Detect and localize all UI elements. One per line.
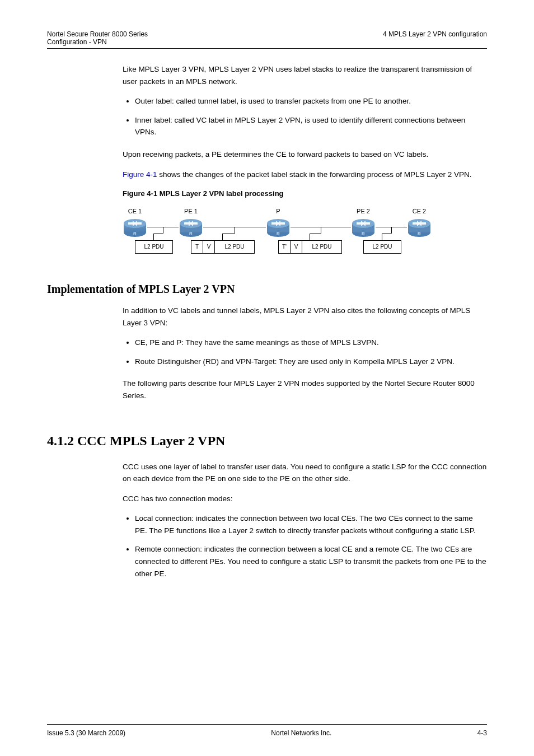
seg-tprime: T' <box>279 242 290 251</box>
router-icon: R <box>123 216 147 238</box>
seg-v: V <box>203 242 214 251</box>
heading-implementation: Implementation of MPLS Layer 2 VPN <box>47 283 487 296</box>
connector <box>222 234 235 234</box>
connector <box>382 234 391 234</box>
connector <box>163 227 163 234</box>
impl-content: In addition to VC labels and tunnel labe… <box>123 305 487 402</box>
ccc-bullet-list: Local connection: indicates the connecti… <box>123 512 487 580</box>
ccc-bullet-2: Remote connection: indicates the connect… <box>135 543 487 580</box>
seg-l2-2: L2 PDU <box>302 242 341 251</box>
impl-bullet-2: Route Distinguisher (RD) and VPN-Target:… <box>135 356 487 368</box>
connector <box>222 234 223 240</box>
connector <box>310 234 310 240</box>
router-ce2: CE 2 R <box>407 216 432 238</box>
router-p: P R <box>266 216 291 238</box>
router-label-ce2: CE 2 <box>407 207 432 217</box>
svg-text:R: R <box>362 231 365 236</box>
ccc-content: CCC uses one layer of label to transfer … <box>123 461 487 580</box>
footer-right: 4-3 <box>477 729 487 737</box>
header-left-line2: Configuration - VPN <box>47 38 148 46</box>
svg-text:R: R <box>277 231 280 236</box>
connector <box>310 234 321 234</box>
figure-link[interactable]: Figure 4-1 <box>123 170 157 179</box>
footer-divider <box>47 724 487 725</box>
footer-center: Nortel Networks Inc. <box>271 729 331 737</box>
document-page: Nortel Secure Router 8000 Series Configu… <box>0 0 534 756</box>
router-label-pe2: PE 2 <box>351 207 376 217</box>
footer-left: Issue 5.3 (30 March 2009) <box>47 729 125 737</box>
main-content: Like MPLS Layer 3 VPN, MPLS Layer 2 VPN … <box>123 63 487 259</box>
label-box-tvl2-1: T V L2 PDU <box>191 240 255 254</box>
router-label-ce1: CE 1 <box>123 207 147 217</box>
impl-para1: In addition to VC labels and tunnel labe… <box>123 305 487 329</box>
connector <box>153 234 154 240</box>
router-icon: R <box>266 216 291 238</box>
connector <box>391 227 392 234</box>
router-pe2: PE 2 R <box>351 216 376 238</box>
svg-text:R: R <box>133 231 137 236</box>
label-box-l2pdu-right: L2 PDU <box>363 240 401 254</box>
router-pe1: PE 1 R <box>179 216 203 238</box>
ccc-para1: CCC uses one layer of label to transfer … <box>123 461 487 485</box>
intro-paragraph: Like MPLS Layer 3 VPN, MPLS Layer 2 VPN … <box>123 63 487 87</box>
connector <box>235 227 235 234</box>
router-ce1: CE 1 R <box>123 216 147 238</box>
label-box-tvl2-2: T' V L2 PDU <box>278 240 342 254</box>
svg-text:R: R <box>189 231 193 236</box>
intro-bullet-1: Outer label: called tunnel label, is use… <box>135 95 487 108</box>
router-icon: R <box>407 216 432 238</box>
seg-l2: L2 PDU <box>215 242 254 251</box>
intro-bullet-2: Inner label: called VC label in MPLS Lay… <box>135 114 487 138</box>
router-icon: R <box>351 216 376 238</box>
connector <box>321 227 321 234</box>
header-left: Nortel Secure Router 8000 Series Configu… <box>47 30 148 46</box>
intro-bullet-list: Outer label: called tunnel label, is use… <box>123 95 487 138</box>
ccc-bullet-1: Local connection: indicates the connecti… <box>135 512 487 536</box>
connector <box>153 234 163 234</box>
label-box-l2pdu-left: L2 PDU <box>135 240 173 254</box>
figure-diagram: CE 1 R PE 1 R <box>123 206 434 259</box>
impl-para2: The following parts describe four MPLS L… <box>123 377 487 402</box>
header-divider <box>47 48 487 49</box>
connector <box>382 234 382 240</box>
figure-caption: Figure 4-1 MPLS Layer 2 VPN label proces… <box>123 188 487 200</box>
header-left-line1: Nortel Secure Router 8000 Series <box>47 30 148 38</box>
seg-t: T <box>191 242 203 251</box>
ccc-para2: CCC has two connection modes: <box>123 493 487 505</box>
figure-reference-text: shows the changes of the packet label st… <box>157 170 472 179</box>
heading-ccc: 4.1.2 CCC MPLS Layer 2 VPN <box>47 433 487 449</box>
intro-after: Upon receiving packets, a PE determines … <box>123 148 487 161</box>
router-label-p: P <box>266 207 291 217</box>
impl-bullet-list: CE, PE and P: They have the same meaning… <box>123 337 487 367</box>
figure-reference: Figure 4-1 shows the changes of the pack… <box>123 169 487 181</box>
router-label-pe1: PE 1 <box>179 207 203 217</box>
header-right: 4 MPLS Layer 2 VPN configuration <box>383 30 487 46</box>
router-icon: R <box>179 216 203 238</box>
page-header: Nortel Secure Router 8000 Series Configu… <box>47 30 487 48</box>
seg-v2: V <box>291 242 302 251</box>
page-footer: Issue 5.3 (30 March 2009) Nortel Network… <box>47 729 487 737</box>
impl-bullet-1: CE, PE and P: They have the same meaning… <box>135 337 487 349</box>
svg-text:R: R <box>418 231 421 236</box>
